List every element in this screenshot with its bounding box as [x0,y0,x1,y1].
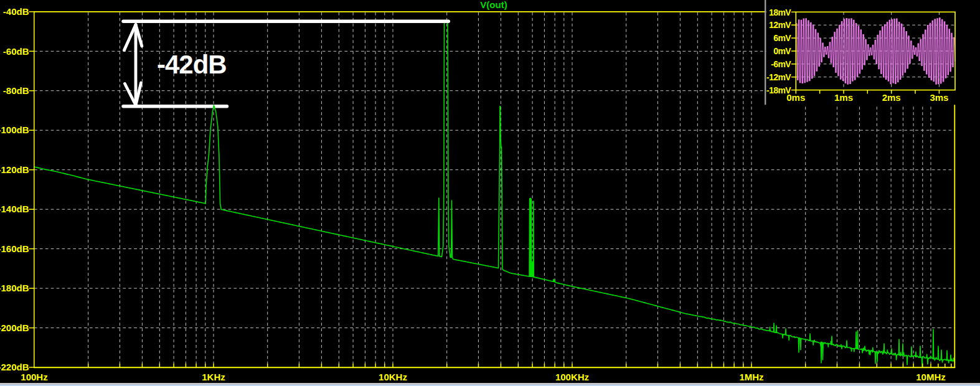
svg-text:10KHz: 10KHz [379,372,407,382]
svg-text:-200dB: -200dB [0,322,29,333]
svg-text:-140dB: -140dB [0,204,29,214]
svg-text:12mV: 12mV [769,20,791,30]
svg-text:-100dB: -100dB [0,125,29,135]
svg-text:-120dB: -120dB [0,164,29,175]
svg-text:-160dB: -160dB [0,243,29,254]
svg-text:6mV: 6mV [773,33,791,43]
svg-text:-6mV: -6mV [771,59,791,69]
svg-text:1ms: 1ms [834,92,853,103]
svg-text:18mV: 18mV [769,7,791,17]
svg-text:V(out): V(out) [480,0,507,10]
svg-text:-42dB: -42dB [157,50,227,79]
svg-text:2ms: 2ms [882,92,901,103]
svg-text:-180dB: -180dB [0,283,29,293]
svg-text:-60dB: -60dB [3,46,29,57]
svg-text:-40dB: -40dB [3,6,29,17]
svg-text:100Hz: 100Hz [21,372,47,382]
svg-text:1KHz: 1KHz [202,372,225,382]
svg-text:100KHz: 100KHz [555,372,589,382]
svg-text:3ms: 3ms [930,92,948,103]
svg-text:-220dB: -220dB [0,362,29,372]
svg-text:-12mV: -12mV [766,72,791,82]
svg-text:0ms: 0ms [786,92,805,103]
svg-text:1MHz: 1MHz [739,372,763,382]
svg-text:10MHz: 10MHz [916,372,946,382]
svg-text:0mV: 0mV [773,46,791,56]
svg-text:-80dB: -80dB [3,85,29,96]
